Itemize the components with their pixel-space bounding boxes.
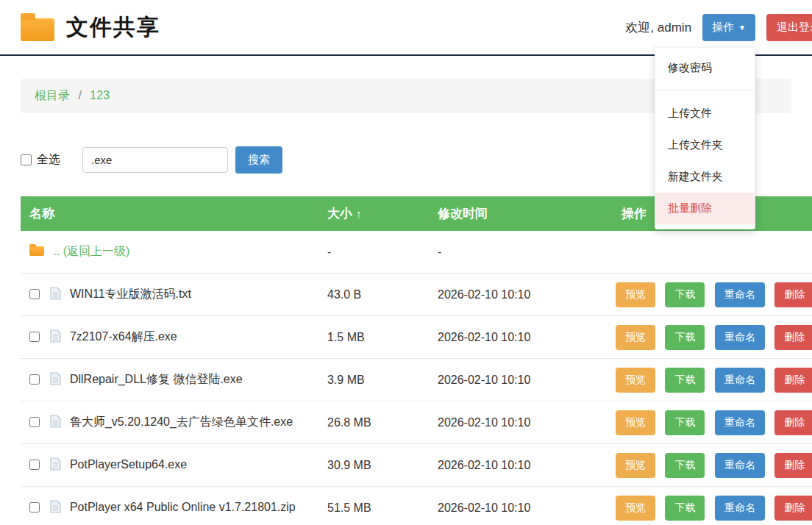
app-logo-folder-icon — [21, 18, 54, 41]
parent-directory-row[interactable]: .. (返回上一级) - - — [21, 231, 812, 274]
file-modified: 2026-02-10 10:10 — [429, 368, 613, 393]
rename-button[interactable]: 重命名 — [715, 282, 765, 307]
table-row: DllRepair_DLL修复 微信登陆.exe 3.9 MB 2026-02-… — [21, 359, 812, 401]
preview-button[interactable]: 预览 — [616, 325, 655, 350]
parent-modified: - — [429, 240, 613, 265]
sort-ascending-icon: ↑ — [356, 207, 362, 220]
rename-button[interactable]: 重命名 — [715, 453, 765, 478]
row-checkbox[interactable] — [29, 374, 40, 385]
delete-button[interactable]: 删除 — [774, 496, 812, 521]
file-modified: 2026-02-10 10:10 — [429, 325, 613, 350]
table-row: 7z2107-x64解压.exe 1.5 MB 2026-02-10 10:10… — [21, 316, 812, 359]
file-name[interactable]: 鲁大师_v5.20.1240_去广告绿色单文件.exe — [70, 415, 293, 428]
menu-item-upload-folder[interactable]: 上传文件夹 — [655, 129, 755, 161]
row-checkbox[interactable] — [29, 332, 40, 342]
folder-icon — [29, 246, 44, 256]
chevron-down-icon: ▼ — [738, 24, 746, 32]
rename-button[interactable]: 重命名 — [715, 496, 765, 521]
select-all-checkbox[interactable] — [21, 154, 32, 165]
delete-button[interactable]: 删除 — [774, 325, 812, 350]
breadcrumb-current-folder[interactable]: 123 — [90, 89, 110, 101]
delete-button[interactable]: 删除 — [774, 282, 812, 307]
preview-button[interactable]: 预览 — [616, 410, 655, 435]
delete-button[interactable]: 删除 — [774, 368, 812, 393]
file-modified: 2026-02-10 10:10 — [429, 496, 613, 521]
row-checkbox[interactable] — [29, 460, 40, 470]
welcome-text: 欢迎, admin — [625, 19, 691, 36]
search-input[interactable] — [82, 147, 228, 173]
download-button[interactable]: 下载 — [665, 453, 705, 478]
column-header-modified[interactable]: 修改时间 — [429, 205, 613, 222]
file-size: 1.5 MB — [318, 325, 429, 350]
preview-button[interactable]: 预览 — [616, 453, 655, 478]
menu-item-new-folder[interactable]: 新建文件夹 — [655, 161, 755, 193]
rename-button[interactable]: 重命名 — [715, 325, 765, 350]
row-checkbox[interactable] — [29, 417, 40, 427]
file-name[interactable]: 7z2107-x64解压.exe — [70, 330, 177, 343]
menu-item-change-password[interactable]: 修改密码 — [655, 52, 755, 84]
breadcrumb-root-link[interactable]: 根目录 — [35, 89, 70, 101]
file-modified: 2026-02-10 10:10 — [429, 453, 613, 478]
actions-dropdown-menu: 修改密码 上传文件 上传文件夹 新建文件夹 批量删除 — [655, 47, 755, 229]
file-icon — [50, 329, 61, 343]
table-body: WIN11专业版激活码.txt 43.0 B 2026-02-10 10:10 … — [21, 274, 812, 525]
file-size: 43.0 B — [318, 282, 429, 307]
file-icon — [50, 415, 61, 428]
file-modified: 2026-02-10 10:10 — [429, 410, 613, 435]
file-icon — [50, 457, 61, 471]
row-checkbox[interactable] — [29, 289, 40, 299]
column-header-name[interactable]: 名称 — [21, 205, 318, 222]
delete-button[interactable]: 删除 — [774, 453, 812, 478]
file-icon — [50, 287, 61, 300]
file-name[interactable]: PotPlayer x64 Public Online v1.7.21801.z… — [70, 501, 296, 513]
table-row: 鲁大师_v5.20.1240_去广告绿色单文件.exe 26.8 MB 2026… — [21, 401, 812, 444]
file-table: 名称 大小↑ 修改时间 操作 .. (返回上一级) - - — [21, 196, 812, 525]
file-icon — [50, 372, 61, 385]
parent-size: - — [318, 240, 429, 265]
menu-item-upload-file[interactable]: 上传文件 — [655, 98, 755, 129]
file-name[interactable]: WIN11专业版激活码.txt — [70, 288, 191, 300]
download-button[interactable]: 下载 — [665, 282, 705, 307]
rename-button[interactable]: 重命名 — [715, 410, 765, 435]
file-name[interactable]: PotPlayerSetup64.exe — [70, 458, 187, 471]
logout-button[interactable]: 退出登录 — [766, 14, 812, 41]
parent-directory-link[interactable]: .. (返回上一级) — [53, 245, 129, 257]
download-button[interactable]: 下载 — [665, 410, 705, 435]
preview-button[interactable]: 预览 — [616, 496, 655, 521]
table-row: PotPlayerSetup64.exe 30.9 MB 2026-02-10 … — [21, 444, 812, 487]
select-all-label: 全选 — [37, 152, 60, 168]
column-header-size[interactable]: 大小↑ — [318, 205, 429, 222]
download-button[interactable]: 下载 — [665, 496, 705, 521]
preview-button[interactable]: 预览 — [616, 368, 655, 393]
file-name[interactable]: DllRepair_DLL修复 微信登陆.exe — [70, 373, 243, 385]
delete-button[interactable]: 删除 — [774, 410, 812, 435]
file-size: 26.8 MB — [318, 410, 429, 435]
table-row: WIN11专业版激活码.txt 43.0 B 2026-02-10 10:10 … — [21, 274, 812, 316]
file-modified: 2026-02-10 10:10 — [429, 282, 613, 307]
header-right-cluster: 欢迎, admin 操作 ▼ 退出登录 — [625, 14, 812, 41]
preview-button[interactable]: 预览 — [616, 282, 655, 307]
download-button[interactable]: 下载 — [665, 325, 705, 350]
table-row: PotPlayer x64 Public Online v1.7.21801.z… — [21, 487, 812, 525]
page-title: 文件共享 — [66, 12, 160, 43]
actions-button-label: 操作 — [712, 21, 734, 35]
breadcrumb-separator: / — [73, 89, 86, 101]
file-size: 3.9 MB — [318, 368, 429, 393]
rename-button[interactable]: 重命名 — [715, 368, 765, 393]
file-size: 51.5 MB — [318, 496, 429, 521]
download-button[interactable]: 下载 — [665, 368, 705, 393]
file-icon — [50, 500, 61, 513]
actions-dropdown-button[interactable]: 操作 ▼ — [702, 14, 755, 41]
menu-item-batch-delete[interactable]: 批量删除 — [655, 193, 755, 224]
row-checkbox[interactable] — [29, 502, 40, 512]
menu-divider — [655, 90, 755, 91]
search-button[interactable]: 搜索 — [235, 146, 282, 174]
file-size: 30.9 MB — [318, 453, 429, 478]
